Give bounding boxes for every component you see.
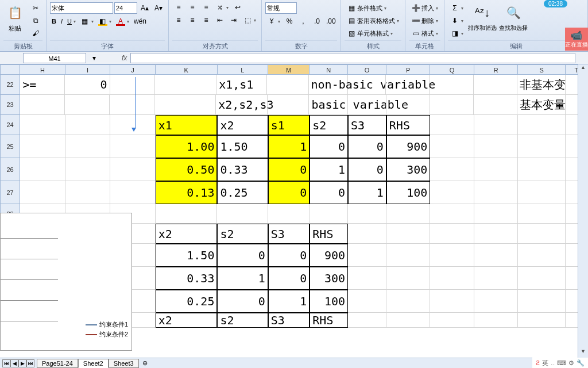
cell-S30[interactable]: [518, 244, 565, 267]
cell-O25[interactable]: 0: [348, 135, 386, 158]
underline-button[interactable]: U: [65, 17, 78, 25]
number-format-combo[interactable]: [265, 2, 297, 14]
cell-H23[interactable]: [20, 95, 65, 115]
cell-S32[interactable]: [518, 290, 565, 313]
cell-L26[interactable]: 0.33: [217, 158, 268, 181]
cell-S28[interactable]: [518, 204, 565, 224]
cell-S24[interactable]: [518, 115, 565, 135]
fill-color-button[interactable]: ◧: [96, 16, 113, 26]
indent-dec-button[interactable]: ⇤: [214, 15, 226, 25]
indent-inc-button[interactable]: ⇥: [227, 15, 240, 25]
cell-N32[interactable]: 100: [310, 290, 348, 313]
cell-R28[interactable]: [474, 204, 519, 224]
cell-O30[interactable]: [348, 244, 386, 267]
cell-N23[interactable]: basic variable: [309, 95, 348, 115]
cell-N24[interactable]: s2: [310, 115, 348, 135]
col-header-J[interactable]: J: [110, 64, 155, 75]
cell-K30[interactable]: 1.50: [156, 244, 218, 267]
cell-Q33[interactable]: [430, 313, 474, 328]
cut-button[interactable]: ✂: [29, 2, 42, 14]
cell-S27[interactable]: [518, 181, 565, 204]
align-mid-button[interactable]: ≡: [186, 2, 199, 13]
col-header-L[interactable]: L: [218, 64, 268, 75]
cell-P24[interactable]: RHS: [386, 115, 431, 135]
cell-S23[interactable]: 基本变量: [517, 95, 566, 115]
cell-L24[interactable]: x2: [217, 115, 268, 135]
cell-H25[interactable]: [20, 135, 65, 158]
cell-H27[interactable]: [20, 181, 65, 204]
font-size-combo[interactable]: [114, 2, 137, 14]
name-dropdown-button[interactable]: ▾: [87, 52, 101, 64]
ime-lang[interactable]: 英: [542, 359, 548, 367]
comma-button[interactable]: ,: [297, 16, 310, 26]
cell-I25[interactable]: [65, 135, 110, 158]
cell-H24[interactable]: [20, 115, 65, 135]
cell-I26[interactable]: [65, 158, 110, 181]
cell-R27[interactable]: [474, 181, 519, 204]
cell-S31[interactable]: [518, 267, 565, 290]
align-right-button[interactable]: ≡: [200, 15, 212, 25]
cell-K26[interactable]: 0.50: [156, 158, 218, 181]
wrap-button[interactable]: ↩: [231, 2, 244, 13]
cell-P25[interactable]: 900: [386, 135, 431, 158]
tab-first-button[interactable]: ⏮: [2, 359, 10, 367]
cell-R29[interactable]: [474, 224, 519, 244]
cell-R31[interactable]: [474, 267, 519, 290]
cell-L30[interactable]: 0: [217, 244, 268, 267]
cell-S22[interactable]: 非基本变: [517, 75, 566, 95]
cell-R25[interactable]: [474, 135, 519, 158]
format-painter-button[interactable]: 🖌: [29, 28, 42, 39]
cell-R32[interactable]: [474, 290, 519, 313]
cell-J26[interactable]: [110, 158, 155, 181]
row-header-23[interactable]: 23: [0, 95, 20, 115]
name-box[interactable]: M41: [23, 53, 86, 63]
cell-H26[interactable]: [20, 158, 65, 181]
tab-prev-button[interactable]: ◀: [10, 359, 18, 367]
col-header-S[interactable]: S: [518, 64, 565, 75]
col-header-M[interactable]: M: [268, 64, 310, 75]
ime-kb-icon[interactable]: ⌨: [557, 359, 566, 367]
percent-button[interactable]: %: [283, 16, 296, 26]
cell-Q32[interactable]: [430, 290, 474, 313]
cell-N27[interactable]: 0: [310, 181, 348, 204]
cell-J25[interactable]: [110, 135, 155, 158]
cell-P30[interactable]: [386, 244, 431, 267]
cell-O33[interactable]: [348, 313, 386, 328]
cell-N29[interactable]: RHS: [310, 224, 348, 244]
cell-M33[interactable]: S3: [268, 313, 310, 328]
cell-O24[interactable]: S3: [348, 115, 386, 135]
align-bot-button[interactable]: ≡: [200, 2, 212, 13]
format-button[interactable]: ▭格式: [409, 28, 440, 39]
fill-button[interactable]: ⬇: [448, 15, 466, 26]
col-header-R[interactable]: R: [474, 64, 519, 75]
cell-O23[interactable]: [348, 95, 386, 115]
cell-L28[interactable]: [217, 204, 268, 224]
cell-M22[interactable]: [267, 75, 308, 95]
cell-Q25[interactable]: [430, 135, 474, 158]
cell-N28[interactable]: [310, 204, 348, 224]
cell-K32[interactable]: 0.25: [156, 290, 218, 313]
cell-R33[interactable]: [474, 313, 519, 328]
font-color-button[interactable]: A: [114, 16, 131, 26]
bold-button[interactable]: B: [50, 17, 58, 25]
cell-R30[interactable]: [474, 244, 519, 267]
cell-J27[interactable]: [110, 181, 155, 204]
cell-N30[interactable]: 900: [310, 244, 348, 267]
cell-K22[interactable]: [155, 75, 216, 95]
cell-Q30[interactable]: [430, 244, 474, 267]
row-header-22[interactable]: 22: [0, 75, 20, 95]
ime-punct-icon[interactable]: ‥: [551, 359, 555, 367]
row-header-27[interactable]: 27: [0, 181, 20, 204]
cell-I24[interactable]: [65, 115, 110, 135]
delete-button[interactable]: ➖删除: [409, 15, 440, 26]
cell-I22[interactable]: 0: [65, 75, 110, 95]
cell-K31[interactable]: 0.33: [156, 267, 218, 290]
cell-P33[interactable]: [386, 313, 431, 328]
cell-P26[interactable]: 300: [386, 158, 431, 181]
fx-label[interactable]: fx: [118, 54, 130, 62]
font-name-combo[interactable]: [50, 2, 113, 14]
cell-P23[interactable]: [386, 95, 430, 115]
cell-O26[interactable]: 0: [348, 158, 386, 181]
cell-R24[interactable]: [474, 115, 519, 135]
autosum-button[interactable]: Σ: [448, 2, 466, 14]
